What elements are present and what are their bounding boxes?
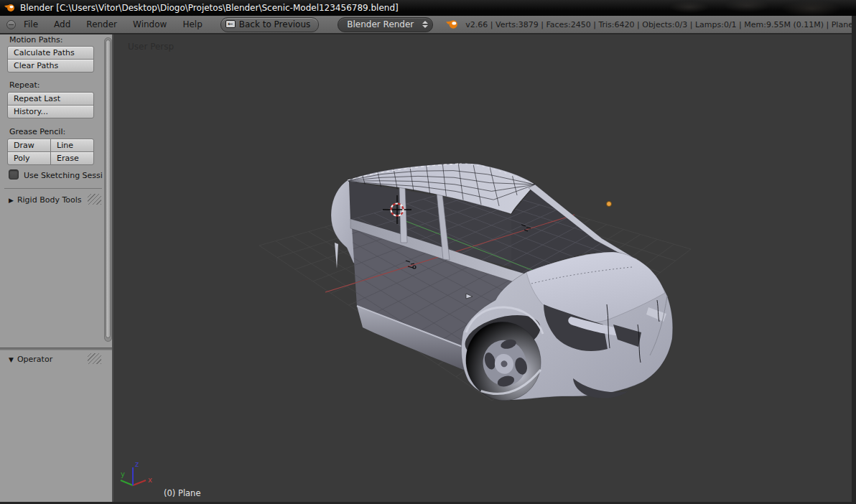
menu-help[interactable]: Help — [175, 19, 210, 29]
sketching-session-label: Use Sketching Sessi — [24, 171, 103, 180]
axis-y-label: y — [121, 470, 125, 478]
grease-poly-button[interactable]: Poly — [7, 151, 51, 165]
back-to-previous-button[interactable]: ← Back to Previous — [220, 17, 320, 32]
operator-panel-header[interactable]: ▼Operator — [9, 355, 52, 364]
repeat-label: Repeat: — [9, 80, 39, 90]
tool-shelf: Motion Paths: Calculate Paths Clear Path… — [0, 34, 113, 504]
back-button-label: Back to Previous — [239, 19, 311, 29]
window-titlebar: Blender [C:\Users\Vitor\Desktop\Diogo\Pr… — [0, 0, 856, 16]
panel-drag-grip-icon[interactable] — [88, 353, 101, 364]
rigid-body-tools-label: Rigid Body Tools — [17, 195, 82, 205]
sketching-session-checkbox[interactable] — [9, 169, 19, 179]
blender-logo-icon — [4, 4, 15, 12]
car-rear-fender-spike — [335, 243, 338, 269]
scrollbar-handle[interactable] — [106, 39, 111, 338]
shelf-divider — [4, 188, 102, 189]
window-title: Blender [C:\Users\Vitor\Desktop\Diogo\Pr… — [20, 3, 399, 13]
axis-x-label: x — [148, 476, 152, 484]
operator-label: Operator — [17, 355, 52, 364]
car-model-3d[interactable] — [259, 164, 691, 409]
calculate-paths-button[interactable]: Calculate Paths — [7, 46, 94, 60]
panel-drag-grip-icon[interactable] — [88, 194, 101, 205]
menu-file[interactable]: File — [16, 19, 46, 29]
view-mode-label: User Persp — [128, 42, 174, 52]
repeat-last-button[interactable]: Repeat Last — [7, 92, 94, 106]
clear-paths-button[interactable]: Clear Paths — [7, 59, 94, 73]
toolshelf-scrollbar[interactable] — [104, 37, 112, 342]
grease-erase-button[interactable]: Erase — [50, 151, 94, 165]
history-button[interactable]: History... — [7, 105, 94, 118]
grease-draw-button[interactable]: Draw — [7, 139, 51, 152]
operator-region-divider[interactable] — [0, 347, 112, 350]
blender-logo-icon — [446, 19, 458, 29]
back-arrow-icon: ← — [225, 20, 236, 28]
render-engine-dropdown[interactable]: Blender Render — [338, 17, 433, 32]
menu-render[interactable]: Render — [78, 19, 125, 29]
scene-statistics: v2.66 | Verts:3879 | Faces:2450 | Tris:6… — [465, 20, 853, 29]
menu-window[interactable]: Window — [125, 19, 175, 29]
active-object-label: (0) Plane — [164, 488, 201, 498]
viewport-scene[interactable]: x y z User Persp (0) Plane — [113, 34, 856, 504]
axis-gizmo: x y z — [121, 460, 152, 485]
axis-z-label: z — [135, 460, 139, 468]
grease-line-button[interactable]: Line — [50, 139, 94, 152]
dropdown-spinner-icon[interactable] — [422, 21, 428, 28]
expanded-arrow-icon: ▼ — [9, 356, 14, 363]
window-edge — [852, 16, 856, 504]
info-header: File Add Render Window Help ← Back to Pr… — [0, 16, 856, 34]
motion-paths-label: Motion Paths: — [9, 35, 62, 45]
editor-type-icon[interactable] — [6, 20, 16, 29]
viewport-3d[interactable]: x y z User Persp (0) Plane — [113, 34, 856, 504]
lamp-object-dot[interactable] — [607, 202, 612, 207]
collapsed-arrow-icon: ▶ — [9, 197, 14, 204]
rigid-body-tools-panel-header[interactable]: ▶Rigid Body Tools — [9, 195, 82, 205]
menu-add[interactable]: Add — [46, 19, 78, 29]
grease-pencil-label: Grease Pencil: — [9, 127, 65, 136]
render-engine-value: Blender Render — [347, 19, 414, 29]
